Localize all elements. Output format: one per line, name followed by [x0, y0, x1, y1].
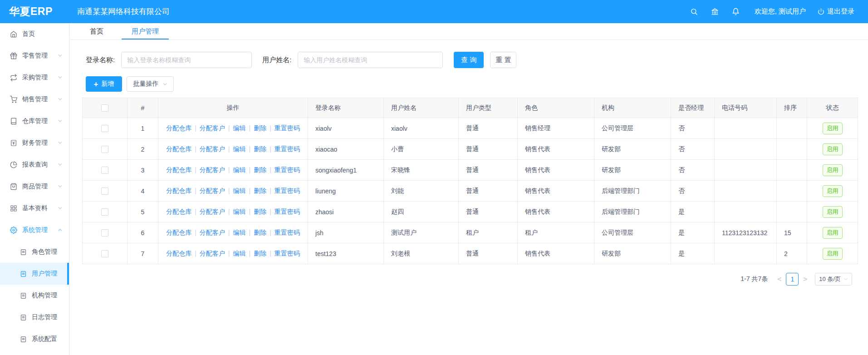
- chevron-down-icon: [58, 96, 63, 103]
- row-action-assign-customer[interactable]: 分配客户: [200, 208, 225, 215]
- table-body: 1分配仓库|分配客户|编辑|删除|重置密码xiaolvxiaolv普通销售经理公…: [83, 118, 858, 264]
- reset-button[interactable]: 重 置: [490, 52, 516, 68]
- query-button[interactable]: 查 询: [454, 52, 484, 68]
- cell-org: 研发部: [594, 243, 671, 264]
- row-action-edit[interactable]: 编辑: [233, 166, 246, 173]
- select-all-checkbox[interactable]: [101, 104, 108, 112]
- login-name-input[interactable]: [121, 52, 252, 68]
- sidebar-item-org-mgmt[interactable]: 机构管理: [0, 285, 69, 306]
- cell-role: 销售代表: [518, 243, 594, 264]
- action-separator: |: [270, 166, 271, 173]
- sidebar-item-home[interactable]: 首页: [0, 23, 69, 45]
- sidebar-item-reports[interactable]: 报表查询: [0, 154, 69, 176]
- logout-button[interactable]: 退出登录: [818, 7, 854, 16]
- row-checkbox[interactable]: [101, 187, 108, 195]
- cell-user-name: 赵四: [384, 202, 459, 222]
- row-action-reset-password[interactable]: 重置密码: [275, 166, 300, 173]
- row-checkbox[interactable]: [101, 250, 108, 257]
- user-table: # 操作 登录名称 用户姓名 用户类型 角色 机构 是否经理 电话号码 排序 状…: [82, 98, 858, 264]
- next-page-icon[interactable]: >: [800, 275, 810, 283]
- row-checkbox[interactable]: [101, 229, 108, 237]
- sidebar-item-basic-data[interactable]: 基本资料: [0, 197, 69, 219]
- sidebar-item-warehouse[interactable]: 仓库管理: [0, 110, 69, 132]
- row-action-edit[interactable]: 编辑: [233, 187, 246, 194]
- col-sort: 排序: [777, 98, 807, 118]
- page-size-select[interactable]: 10 条/页: [815, 273, 852, 286]
- row-action-delete[interactable]: 删除: [254, 124, 266, 132]
- row-action-assign-customer[interactable]: 分配客户: [200, 145, 225, 153]
- sidebar-item-user-mgmt[interactable]: 用户管理: [0, 263, 69, 285]
- row-action-edit[interactable]: 编辑: [233, 229, 246, 236]
- row-checkbox[interactable]: [101, 208, 108, 216]
- tab-home[interactable]: 首页: [76, 23, 117, 39]
- add-button[interactable]: + 新增: [86, 76, 122, 92]
- cell-user-name: 测试用户: [384, 222, 459, 243]
- sidebar-item-retail[interactable]: 零售管理: [0, 45, 69, 67]
- row-action-delete[interactable]: 删除: [254, 250, 266, 257]
- row-checkbox[interactable]: [101, 125, 108, 132]
- row-action-assign-warehouse[interactable]: 分配仓库: [166, 145, 191, 153]
- cell-phone: [715, 118, 777, 139]
- row-action-reset-password[interactable]: 重置密码: [275, 187, 300, 194]
- cell-login-name: jsh: [308, 222, 384, 243]
- table-header-row: # 操作 登录名称 用户姓名 用户类型 角色 机构 是否经理 电话号码 排序 状…: [83, 98, 858, 118]
- cell-is-manager: 否: [671, 160, 715, 181]
- status-badge: 启用: [823, 206, 843, 218]
- tab-bar: 首页 用户管理: [70, 23, 868, 40]
- row-action-assign-warehouse[interactable]: 分配仓库: [166, 208, 191, 215]
- row-action-reset-password[interactable]: 重置密码: [275, 250, 300, 257]
- bell-icon[interactable]: [726, 0, 746, 23]
- row-action-delete[interactable]: 删除: [254, 145, 266, 153]
- bank-icon[interactable]: [705, 0, 726, 23]
- row-action-assign-customer[interactable]: 分配客户: [200, 124, 225, 132]
- row-action-assign-warehouse[interactable]: 分配仓库: [166, 229, 191, 236]
- row-checkbox[interactable]: [101, 146, 108, 153]
- ledger-icon: [10, 118, 17, 125]
- prev-page-icon[interactable]: <: [774, 275, 785, 283]
- sidebar-item-sales[interactable]: 销售管理: [0, 89, 69, 110]
- batch-actions-button[interactable]: 批量操作: [127, 76, 174, 92]
- action-separator: |: [228, 124, 230, 132]
- user-name-input[interactable]: [298, 52, 443, 68]
- row-action-assign-customer[interactable]: 分配客户: [200, 187, 225, 194]
- row-action-reset-password[interactable]: 重置密码: [275, 145, 300, 153]
- search-icon[interactable]: [684, 0, 705, 23]
- row-action-edit[interactable]: 编辑: [233, 124, 246, 132]
- sidebar-item-goods[interactable]: 商品管理: [0, 176, 69, 197]
- row-action-edit[interactable]: 编辑: [233, 250, 246, 257]
- cell-actions: 分配仓库|分配客户|编辑|删除|重置密码: [158, 243, 308, 264]
- sidebar-item-system-config[interactable]: 系统配置: [0, 328, 69, 350]
- cell-is-manager: 是: [671, 222, 715, 243]
- row-action-reset-password[interactable]: 重置密码: [275, 229, 300, 236]
- sidebar-item-purchase[interactable]: 采购管理: [0, 67, 69, 89]
- chevron-down-icon: [58, 74, 63, 81]
- row-action-edit[interactable]: 编辑: [233, 208, 246, 215]
- page-number[interactable]: 1: [786, 273, 799, 286]
- row-action-delete[interactable]: 删除: [254, 208, 266, 215]
- row-action-delete[interactable]: 删除: [254, 187, 266, 194]
- row-action-delete[interactable]: 删除: [254, 166, 266, 173]
- sidebar-item-log-mgmt[interactable]: 日志管理: [0, 306, 69, 328]
- toolbar: + 新增 批量操作: [86, 76, 868, 92]
- row-action-edit[interactable]: 编辑: [233, 145, 246, 153]
- table-row: 7分配仓库|分配客户|编辑|删除|重置密码test123刘老根普通销售代表研发部…: [83, 243, 858, 264]
- row-action-assign-warehouse[interactable]: 分配仓库: [166, 124, 191, 132]
- row-action-assign-warehouse[interactable]: 分配仓库: [166, 250, 191, 257]
- row-action-assign-customer[interactable]: 分配客户: [200, 250, 225, 257]
- row-action-reset-password[interactable]: 重置密码: [275, 124, 300, 132]
- cell-index: 5: [128, 202, 158, 222]
- action-separator: |: [228, 250, 230, 257]
- row-checkbox[interactable]: [101, 167, 108, 174]
- sidebar-item-finance[interactable]: 财务管理: [0, 132, 69, 154]
- sidebar-item-system[interactable]: 系统管理: [0, 219, 69, 241]
- row-action-delete[interactable]: 删除: [254, 229, 266, 236]
- row-action-assign-customer[interactable]: 分配客户: [200, 166, 225, 173]
- row-action-reset-password[interactable]: 重置密码: [275, 208, 300, 215]
- finance-icon: [10, 139, 17, 147]
- tab-user-mgmt[interactable]: 用户管理: [122, 23, 169, 39]
- row-action-assign-warehouse[interactable]: 分配仓库: [166, 166, 191, 173]
- sidebar-item-role-mgmt[interactable]: 角色管理: [0, 241, 69, 263]
- doc-icon: [20, 336, 27, 343]
- row-action-assign-customer[interactable]: 分配客户: [200, 229, 225, 236]
- row-action-assign-warehouse[interactable]: 分配仓库: [166, 187, 191, 194]
